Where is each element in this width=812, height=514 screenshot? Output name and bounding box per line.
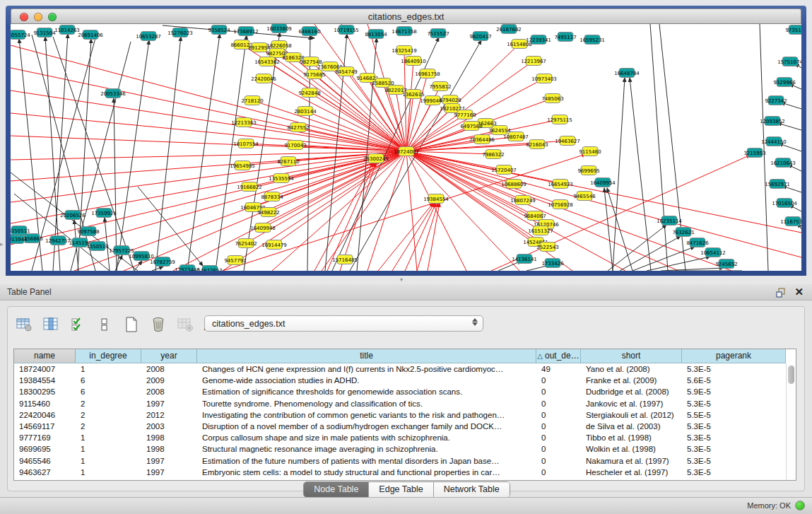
graph-node[interactable]: 8454749 [335,67,357,76]
table-row[interactable]: 2242004622012Investigating the contribut… [14,409,786,421]
graph-node[interactable]: 12923446 [175,265,200,271]
tab-edge-table[interactable]: Edge Table [369,482,433,497]
graph-node[interactable]: 9820417 [469,32,491,41]
window-titlebar[interactable]: citations_edges.txt [11,8,801,24]
graph-node[interactable]: 12942757 [45,236,71,245]
column-header-out_de[interactable]: △out_de… [536,349,581,363]
graph-node[interactable]: 8267110 [277,157,299,166]
graph-node[interactable]: 18807249 [510,196,536,205]
table-row[interactable]: 1456911722003Disruption of a novel membe… [14,421,786,432]
graph-node[interactable]: 7485063 [541,94,563,103]
graph-node[interactable]: 20206526 [60,211,86,220]
graph-node[interactable]: 9498222 [257,208,279,217]
close-panel-icon[interactable]: ✕ [794,286,804,298]
select-all-columns-icon[interactable] [69,315,87,334]
table-selector-dropdown[interactable]: citations_edges.txt [204,315,483,332]
panel-collapse-arrow-icon[interactable]: ▸ [0,240,4,247]
graph-node[interactable]: 10719155 [334,25,359,35]
graph-node[interactable]: 16235114 [657,216,682,226]
graph-node[interactable]: 16210643 [770,158,796,168]
graph-node[interactable]: 14872653 [197,266,223,271]
table-settings-icon[interactable] [15,315,33,334]
graph-node[interactable]: 9735121 [785,25,801,35]
graph-node[interactable]: 20053346 [100,89,126,98]
table-row[interactable]: 1872400712008Changes of HCN gene express… [14,363,786,375]
graph-node[interactable]: 9097588 [77,227,99,236]
graph-node[interactable]: 19166822 [237,182,262,192]
graph-node[interactable]: 1350513 [86,242,108,251]
table-row[interactable]: 911546021997Tourette syndrome. Phenomeno… [14,398,786,409]
graph-node[interactable]: 7495117 [554,33,576,42]
graph-node[interactable]: 12213967 [521,57,546,66]
table-scrollbar[interactable] [786,363,796,480]
graph-node[interactable]: 9170043 [284,141,306,150]
column-header-year[interactable]: year [141,349,197,363]
graph-node[interactable]: 7625402 [235,239,257,248]
graph-node[interactable]: 16961758 [415,69,440,78]
graph-node[interactable]: 6466160 [298,27,320,36]
graph-node[interactable]: 1733426 [541,259,564,268]
graph-node[interactable]: 18325419 [392,46,417,55]
graph-node[interactable]: 9777169 [454,110,476,119]
graph-node[interactable]: 19463627 [555,136,580,146]
float-window-icon[interactable] [775,287,787,298]
graph-node[interactable]: 19654985 [230,161,255,170]
table-row[interactable]: 969969511998Structural magnetic resonanc… [14,443,786,455]
graph-node[interactable]: 14136141 [512,255,537,264]
graph-node[interactable]: 3215953 [743,148,765,158]
graph-node[interactable]: 18107554 [233,139,259,148]
tab-network-table[interactable]: Network Table [434,482,510,497]
graph-node[interactable]: 9465546 [573,192,596,201]
graph-node[interactable]: 16409948 [250,223,276,233]
graph-node[interactable]: 6497568 [460,122,482,131]
graph-node[interactable]: 8878334 [261,192,283,201]
column-header-pagerank[interactable]: pagerank [682,349,786,363]
graph-node[interactable]: 8813054 [365,30,387,39]
graph-node[interactable]: 9684067 [524,211,546,221]
column-header-short[interactable]: short [581,349,682,363]
graph-node[interactable]: 10688609 [501,180,526,189]
table-row[interactable]: 977716911998Corpus callosum shape and si… [14,432,786,443]
graph-node[interactable]: 7632621 [672,228,694,237]
delete-column-icon[interactable] [149,315,167,334]
graph-node[interactable]: 15276023 [167,28,193,37]
graph-node[interactable]: 16595231 [579,35,605,45]
graph-node[interactable]: 16033809 [266,24,292,33]
graph-node[interactable]: 7955812 [429,82,451,91]
graph-node[interactable]: 7986322 [482,150,504,159]
graph-node[interactable]: 16648784 [614,69,640,78]
graph-node[interactable]: 17368912 [233,27,259,36]
graph-node[interactable]: 9131504 [33,28,56,37]
graph-node[interactable]: 11014263 [54,25,80,35]
table-row[interactable]: 1938455462009Genome-wide association stu… [14,375,786,386]
split-divider[interactable] [0,276,812,284]
delete-table-icon[interactable] [176,315,194,334]
graph-node[interactable]: 10653287 [136,32,161,41]
graph-node[interactable]: 9115460 [579,147,601,156]
graph-node[interactable]: 11167533 [780,217,801,226]
show-column-icon[interactable] [42,315,60,334]
scrollbar-thumb[interactable] [788,366,794,384]
graph-node[interactable]: 26187682 [496,25,522,34]
column-header-in_degree[interactable]: in_degree [76,349,141,363]
graph-node[interactable]: 9358524 [208,25,230,35]
graph-node[interactable]: 19384554 [423,194,449,204]
graph-node[interactable]: 14055724 [11,30,30,40]
graph-node[interactable]: 6216043 [526,140,548,149]
graph-node[interactable]: 17016504 [772,199,797,208]
unselect-all-columns-icon[interactable] [95,315,114,334]
new-column-icon[interactable] [122,315,141,334]
network-canvas[interactable]: 1405572491315041101426320691406106532871… [11,24,801,271]
graph-node[interactable]: 2718120 [241,96,263,105]
graph-node[interactable]: 15751074 [777,57,801,66]
graph-node[interactable]: 10654112 [700,248,726,257]
split-handle-icon[interactable]: ▾ [400,276,403,283]
graph-node[interactable]: 8471626 [686,238,709,247]
graph-node[interactable]: 9242848 [298,88,320,98]
graph-node[interactable]: 10973403 [531,74,557,83]
graph-node[interactable]: 16409954 [590,178,616,187]
table-row[interactable]: 946362711997Embryonic stem cells: a mode… [14,467,786,478]
table-row[interactable]: 1830029562008Estimation of significance … [14,386,786,397]
graph-node[interactable]: 7515527 [427,29,449,38]
table-row[interactable]: 946554611997Estimation of the future num… [14,455,786,467]
